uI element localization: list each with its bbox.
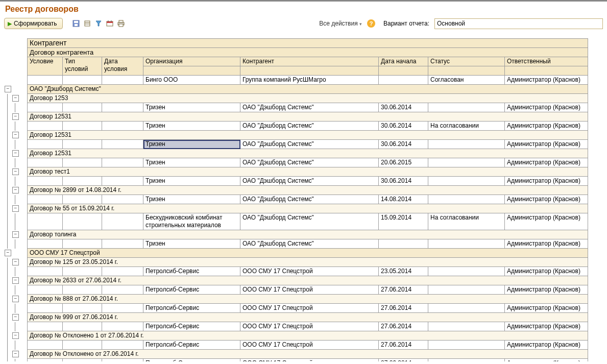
group-row-contract[interactable]: −Договор № 125 от 23.05.2014 г. [4,258,588,267]
variant-input[interactable] [434,18,603,29]
period-icon[interactable] [106,19,114,28]
tree-collapse-icon[interactable]: − [12,259,19,265]
group-row-contract[interactable]: −Договор № 2633 от 27.06.2014 г. [4,276,588,285]
detail-row[interactable]: Петролсиб-СервисООО СМУ 17 Спецстрой27.0… [4,322,588,331]
svg-rect-13 [119,24,123,27]
group-row-contract[interactable]: −Договор 12531 [4,149,588,158]
tree-gutter [4,57,12,66]
tree-gutter[interactable]: − [12,167,19,177]
tree-collapse-icon[interactable]: − [12,187,19,193]
tree-gutter[interactable]: − [12,258,19,267]
tree-gutter[interactable]: − [12,331,19,341]
cell-contragent: ООО СМУ 17 Спецстрой [240,322,379,331]
group-row-contract[interactable]: −Договор № 2899 от 14.08.2014 г. [4,186,588,195]
tree-collapse-icon[interactable]: − [12,113,19,120]
tree-collapse-icon[interactable]: − [5,86,11,92]
group-row-contract[interactable]: −Договор № Отклонено 1 от 27.06.2014 г. [4,331,588,341]
cell-cond-date [102,285,143,295]
tree-collapse-icon[interactable]: − [12,231,19,238]
tree-gutter [12,249,19,258]
cell-condition [28,76,63,85]
detail-row[interactable]: ТризенОАО "Дэшборд Системс"30.06.2014Адм… [4,177,588,186]
tree-gutter[interactable]: − [12,94,19,103]
group-row-contragent[interactable]: −ООО СМУ 17 Спецстрой [4,249,588,258]
detail-row[interactable]: ТризенОАО "Дэшборд Системс"30.06.2014На … [4,122,588,131]
detail-row[interactable]: ТризенОАО "Дэшборд Системс"30.06.2014Адм… [4,103,588,112]
cell-status [428,359,505,362]
tree-gutter [4,149,12,158]
tree-collapse-icon[interactable]: − [12,205,19,212]
group-row-contragent[interactable]: −ОАО "Дэшборд Системс" [4,85,588,94]
filter-icon[interactable] [94,19,103,28]
group-row-contract[interactable]: −Договор 1253 [4,94,588,103]
generate-button-label: Сформировать [14,20,57,27]
tree-collapse-icon[interactable]: − [12,132,19,138]
tree-gutter[interactable]: − [4,85,12,94]
group-label: Договор № 999 от 27.06.2014 г. [28,313,588,322]
tree-gutter[interactable]: − [12,295,19,304]
group-row-contract[interactable]: −Договор 12531 [4,112,588,122]
tree-gutter[interactable]: − [12,112,19,122]
cell-start-date [379,239,428,249]
group-row-contract[interactable]: −Договор № 55 от 15.09.2014 г. [4,204,588,213]
tree-gutter[interactable]: − [4,249,12,258]
detail-row[interactable]: Петролсиб-СервисООО СМУ 17 Спецстрой27.0… [4,341,588,350]
cell-status [428,285,505,295]
tree-gutter [12,195,19,204]
tree-collapse-icon[interactable]: − [12,296,19,302]
tree-gutter[interactable]: − [12,276,19,285]
cell-cond-type [63,195,102,204]
detail-row[interactable]: Петролсиб-СервисООО СМУ 17 Спецстрой27.0… [4,359,588,362]
detail-row[interactable]: Петролсиб-СервисООО СМУ 17 Спецстрой27.0… [4,304,588,313]
tree-collapse-icon[interactable]: − [12,95,19,102]
cell-condition [28,322,63,331]
cell-start-date: 30.06.2014 [379,103,428,112]
detail-row[interactable]: Петролсиб-СервисООО СМУ 17 Спецстрой23.0… [4,267,588,276]
print-icon[interactable] [117,19,125,28]
group-row-contract[interactable]: −Договор толинга [4,230,588,239]
tree-collapse-icon[interactable]: − [12,150,19,157]
cell-condition [28,177,63,186]
tree-gutter [4,313,12,322]
detail-row[interactable]: ТризенОАО "Дэшборд Системс"20.06.2015Адм… [4,158,588,167]
generate-button[interactable]: ▶ Сформировать [4,18,63,29]
tree-collapse-icon[interactable]: − [12,332,19,339]
group-row-contract[interactable]: −Договор тест1 [4,167,588,177]
detail-row[interactable]: ТризенОАО "Дэшборд Системс"14.08.2014Адм… [4,195,588,204]
group-label: Договор № 888 от 27.06.2014 г. [28,295,588,304]
tree-collapse-icon[interactable]: − [5,250,11,256]
tree-gutter[interactable]: − [12,313,19,322]
tree-gutter[interactable]: − [12,350,19,359]
cell-org: Петролсиб-Сервис [143,267,240,276]
tree-gutter[interactable]: − [12,204,19,213]
save-icon[interactable] [72,19,80,28]
all-actions-menu[interactable]: Все действия ▾ [319,20,362,27]
cell-condition [28,122,63,131]
tree-gutter [4,48,12,57]
tree-gutter[interactable]: − [12,131,19,140]
detail-row[interactable]: Бинго ОООГруппа компаний РусШМагроСоглас… [4,76,588,85]
tree-collapse-icon[interactable]: − [12,314,19,321]
help-icon[interactable]: ? [367,19,375,28]
detail-row[interactable]: ТризенОАО "Дэшборд Системс"Администратор… [4,239,588,249]
tree-collapse-icon[interactable]: − [12,351,19,357]
tree-collapse-icon[interactable]: − [12,277,19,284]
detail-row[interactable]: Бескудниковский комбинат строительных ма… [4,213,588,230]
tree-gutter [19,94,28,103]
tree-gutter[interactable]: − [12,230,19,239]
group-row-contract[interactable]: −Договор № Отклонено от 27.06.2014 г. [4,350,588,359]
tree-gutter [4,359,12,362]
group-row-contract[interactable]: −Договор 12531 [4,131,588,140]
settings-icon[interactable] [83,19,91,28]
tree-collapse-icon[interactable]: − [12,168,19,175]
column-header [428,66,505,76]
detail-row[interactable]: Петролсиб-СервисООО СМУ 17 Спецстрой27.0… [4,285,588,295]
group-row-contract[interactable]: −Договор № 888 от 27.06.2014 г. [4,295,588,304]
detail-row[interactable]: ТризенОАО "Дэшборд Системс"30.06.2014Адм… [4,140,588,149]
tree-gutter[interactable]: − [12,186,19,195]
tree-gutter[interactable]: − [12,149,19,158]
cell-condition [28,103,63,112]
cell-cond-date [102,177,143,186]
group-row-contract[interactable]: −Договор № 999 от 27.06.2014 г. [4,313,588,322]
tree-gutter [19,85,28,94]
